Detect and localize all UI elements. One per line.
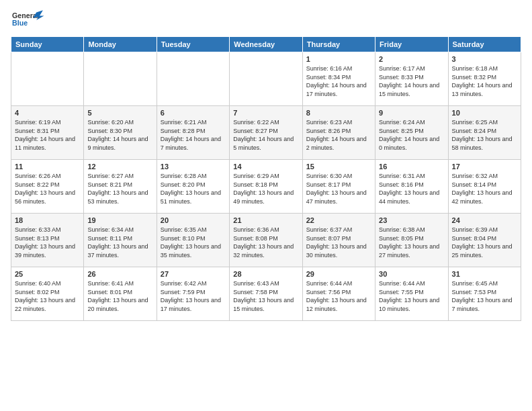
day-info: Sunrise: 6:17 AMSunset: 8:33 PMDaylight:… bbox=[379, 64, 444, 98]
day-info: Sunrise: 6:25 AMSunset: 8:24 PMDaylight:… bbox=[452, 118, 517, 152]
day-cell: 19Sunrise: 6:34 AMSunset: 8:11 PMDayligh… bbox=[84, 214, 157, 267]
day-number: 30 bbox=[379, 270, 444, 278]
day-info: Sunrise: 6:37 AMSunset: 8:07 PMDaylight:… bbox=[306, 226, 371, 259]
day-number: 10 bbox=[452, 109, 517, 117]
day-cell: 13Sunrise: 6:28 AMSunset: 8:20 PMDayligh… bbox=[157, 160, 229, 214]
day-info: Sunrise: 6:40 AMSunset: 8:02 PMDaylight:… bbox=[15, 279, 80, 313]
day-cell: 17Sunrise: 6:32 AMSunset: 8:14 PMDayligh… bbox=[448, 160, 521, 214]
day-cell: 28Sunrise: 6:43 AMSunset: 7:58 PMDayligh… bbox=[230, 267, 302, 321]
day-number: 27 bbox=[161, 270, 226, 278]
svg-text:Blue: Blue bbox=[12, 19, 28, 27]
weekday-row: SundayMondayTuesdayWednesdayThursdayFrid… bbox=[11, 37, 521, 52]
day-info: Sunrise: 6:39 AMSunset: 8:04 PMDaylight:… bbox=[452, 226, 517, 259]
weekday-header-wednesday: Wednesday bbox=[230, 37, 302, 52]
day-cell: 24Sunrise: 6:39 AMSunset: 8:04 PMDayligh… bbox=[448, 214, 521, 267]
day-number: 26 bbox=[87, 270, 152, 278]
day-number: 24 bbox=[452, 216, 517, 224]
weekday-header-monday: Monday bbox=[84, 37, 157, 52]
day-info: Sunrise: 6:28 AMSunset: 8:20 PMDaylight:… bbox=[161, 172, 226, 205]
day-info: Sunrise: 6:38 AMSunset: 8:05 PMDaylight:… bbox=[379, 226, 444, 259]
day-cell: 6Sunrise: 6:21 AMSunset: 8:28 PMDaylight… bbox=[157, 106, 229, 160]
day-number: 20 bbox=[161, 216, 226, 224]
day-cell: 5Sunrise: 6:20 AMSunset: 8:30 PMDaylight… bbox=[84, 106, 157, 160]
day-info: Sunrise: 6:43 AMSunset: 7:58 PMDaylight:… bbox=[233, 279, 298, 313]
week-row-5: 25Sunrise: 6:40 AMSunset: 8:02 PMDayligh… bbox=[11, 267, 521, 321]
day-info: Sunrise: 6:45 AMSunset: 7:53 PMDaylight:… bbox=[452, 279, 517, 313]
week-row-2: 4Sunrise: 6:19 AMSunset: 8:31 PMDaylight… bbox=[11, 106, 521, 160]
day-number: 18 bbox=[15, 216, 80, 224]
day-info: Sunrise: 6:30 AMSunset: 8:17 PMDaylight:… bbox=[306, 172, 371, 205]
day-cell: 8Sunrise: 6:23 AMSunset: 8:26 PMDaylight… bbox=[302, 106, 375, 160]
day-cell: 12Sunrise: 6:27 AMSunset: 8:21 PMDayligh… bbox=[84, 160, 157, 214]
calendar-body: 1Sunrise: 6:16 AMSunset: 8:34 PMDaylight… bbox=[11, 52, 521, 321]
day-number: 16 bbox=[379, 163, 444, 171]
weekday-header-saturday: Saturday bbox=[448, 37, 521, 52]
header: General Blue bbox=[11, 8, 521, 32]
day-cell: 26Sunrise: 6:41 AMSunset: 8:01 PMDayligh… bbox=[84, 267, 157, 321]
day-number: 11 bbox=[15, 163, 80, 171]
day-info: Sunrise: 6:35 AMSunset: 8:10 PMDaylight:… bbox=[161, 226, 226, 259]
day-number: 7 bbox=[233, 109, 298, 117]
day-cell bbox=[84, 52, 157, 106]
logo-icon: General Blue bbox=[11, 8, 44, 32]
day-number: 23 bbox=[379, 216, 444, 224]
calendar-table: SundayMondayTuesdayWednesdayThursdayFrid… bbox=[11, 36, 521, 321]
day-number: 5 bbox=[87, 109, 152, 117]
day-cell bbox=[157, 52, 229, 106]
day-number: 13 bbox=[161, 163, 226, 171]
day-number: 19 bbox=[87, 216, 152, 224]
day-number: 25 bbox=[15, 270, 80, 278]
day-cell: 9Sunrise: 6:24 AMSunset: 8:25 PMDaylight… bbox=[375, 106, 448, 160]
day-number: 9 bbox=[379, 109, 444, 117]
day-number: 1 bbox=[306, 55, 371, 63]
day-info: Sunrise: 6:26 AMSunset: 8:22 PMDaylight:… bbox=[15, 172, 80, 205]
day-info: Sunrise: 6:29 AMSunset: 8:18 PMDaylight:… bbox=[233, 172, 298, 205]
day-cell: 23Sunrise: 6:38 AMSunset: 8:05 PMDayligh… bbox=[375, 214, 448, 267]
day-info: Sunrise: 6:44 AMSunset: 7:55 PMDaylight:… bbox=[379, 279, 444, 313]
day-cell: 15Sunrise: 6:30 AMSunset: 8:17 PMDayligh… bbox=[302, 160, 375, 214]
day-cell: 21Sunrise: 6:36 AMSunset: 8:08 PMDayligh… bbox=[230, 214, 302, 267]
day-number: 15 bbox=[306, 163, 371, 171]
day-info: Sunrise: 6:32 AMSunset: 8:14 PMDaylight:… bbox=[452, 172, 517, 205]
week-row-1: 1Sunrise: 6:16 AMSunset: 8:34 PMDaylight… bbox=[11, 52, 521, 106]
day-info: Sunrise: 6:42 AMSunset: 7:59 PMDaylight:… bbox=[161, 279, 226, 313]
day-number: 2 bbox=[379, 55, 444, 63]
day-number: 12 bbox=[87, 163, 152, 171]
day-cell: 29Sunrise: 6:44 AMSunset: 7:56 PMDayligh… bbox=[302, 267, 375, 321]
day-cell: 3Sunrise: 6:18 AMSunset: 8:32 PMDaylight… bbox=[448, 52, 521, 106]
day-number: 28 bbox=[233, 270, 298, 278]
day-number: 29 bbox=[306, 270, 371, 278]
day-number: 8 bbox=[306, 109, 371, 117]
day-cell: 7Sunrise: 6:22 AMSunset: 8:27 PMDaylight… bbox=[230, 106, 302, 160]
weekday-header-sunday: Sunday bbox=[11, 37, 84, 52]
day-cell: 25Sunrise: 6:40 AMSunset: 8:02 PMDayligh… bbox=[11, 267, 84, 321]
week-row-3: 11Sunrise: 6:26 AMSunset: 8:22 PMDayligh… bbox=[11, 160, 521, 214]
day-cell: 1Sunrise: 6:16 AMSunset: 8:34 PMDaylight… bbox=[302, 52, 375, 106]
day-info: Sunrise: 6:33 AMSunset: 8:13 PMDaylight:… bbox=[15, 226, 80, 259]
day-info: Sunrise: 6:41 AMSunset: 8:01 PMDaylight:… bbox=[87, 279, 152, 313]
week-row-4: 18Sunrise: 6:33 AMSunset: 8:13 PMDayligh… bbox=[11, 214, 521, 267]
day-number: 4 bbox=[15, 109, 80, 117]
day-cell: 14Sunrise: 6:29 AMSunset: 8:18 PMDayligh… bbox=[230, 160, 302, 214]
day-info: Sunrise: 6:23 AMSunset: 8:26 PMDaylight:… bbox=[306, 118, 371, 152]
day-number: 14 bbox=[233, 163, 298, 171]
day-info: Sunrise: 6:44 AMSunset: 7:56 PMDaylight:… bbox=[306, 279, 371, 313]
day-cell bbox=[230, 52, 302, 106]
calendar-page: General Blue SundayMondayTuesdayWednesda… bbox=[0, 0, 532, 411]
day-info: Sunrise: 6:31 AMSunset: 8:16 PMDaylight:… bbox=[379, 172, 444, 205]
day-info: Sunrise: 6:36 AMSunset: 8:08 PMDaylight:… bbox=[233, 226, 298, 259]
logo: General Blue bbox=[11, 8, 44, 32]
weekday-header-friday: Friday bbox=[375, 37, 448, 52]
day-cell: 16Sunrise: 6:31 AMSunset: 8:16 PMDayligh… bbox=[375, 160, 448, 214]
weekday-header-tuesday: Tuesday bbox=[157, 37, 229, 52]
day-number: 22 bbox=[306, 216, 371, 224]
day-number: 6 bbox=[161, 109, 226, 117]
day-cell: 2Sunrise: 6:17 AMSunset: 8:33 PMDaylight… bbox=[375, 52, 448, 106]
day-info: Sunrise: 6:34 AMSunset: 8:11 PMDaylight:… bbox=[87, 226, 152, 259]
day-info: Sunrise: 6:21 AMSunset: 8:28 PMDaylight:… bbox=[161, 118, 226, 152]
day-info: Sunrise: 6:22 AMSunset: 8:27 PMDaylight:… bbox=[233, 118, 298, 152]
day-cell: 30Sunrise: 6:44 AMSunset: 7:55 PMDayligh… bbox=[375, 267, 448, 321]
day-number: 3 bbox=[452, 55, 517, 63]
day-cell: 22Sunrise: 6:37 AMSunset: 8:07 PMDayligh… bbox=[302, 214, 375, 267]
day-cell: 27Sunrise: 6:42 AMSunset: 7:59 PMDayligh… bbox=[157, 267, 229, 321]
